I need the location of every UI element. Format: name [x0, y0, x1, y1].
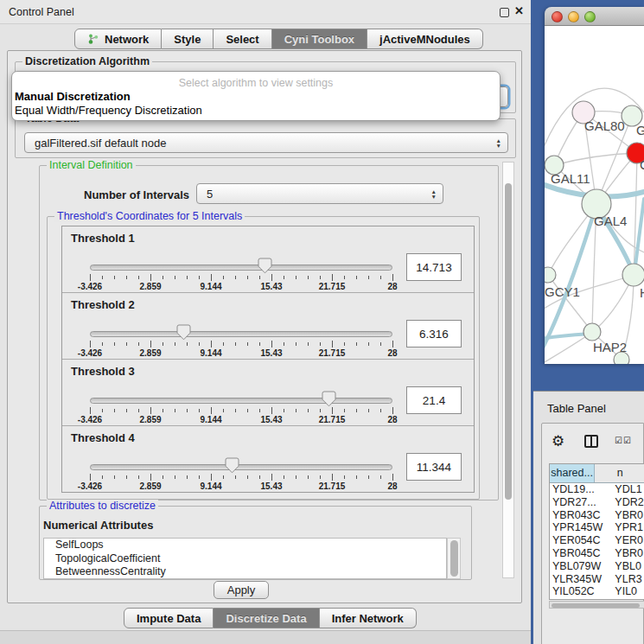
tick-mark: [259, 276, 260, 279]
tick-mark: [199, 475, 200, 479]
tick-mark: [150, 474, 151, 481]
node-table[interactable]: shared... n YDL19...YDL1YDR27...YDR2YBR0…: [549, 463, 644, 600]
tick-mark: [150, 341, 151, 348]
table-row[interactable]: YBR045CYBR0: [550, 547, 644, 560]
tick-mark: [356, 276, 357, 279]
panel-scrollbar-thumb[interactable]: [505, 183, 512, 500]
attribute-list-item[interactable]: TopologicalCoefficient: [44, 552, 446, 566]
table-data-combobox[interactable]: galFiltered.sif default node ▲▼: [24, 132, 508, 153]
tab-cyni-toolbox[interactable]: Cyni Toolbox: [272, 29, 367, 49]
popup-option-equal-width-frequency[interactable]: Equal Width/Frequency Discretization: [15, 104, 202, 117]
tab-infer-network[interactable]: Infer Network: [320, 608, 417, 628]
network-graph[interactable]: GAL80GCGAL11GAL4GCY1HHAP2: [545, 26, 644, 364]
table-hscrollbar-thumb[interactable]: [552, 603, 640, 608]
node-label: G: [636, 123, 644, 137]
tab-jactivemnodules[interactable]: jActiveMNodules: [367, 29, 483, 49]
panel-scrollbar[interactable]: [502, 162, 514, 578]
tab-impute-data[interactable]: Impute Data: [124, 608, 214, 628]
cell-name[interactable]: YBL0: [611, 560, 644, 573]
tab-network[interactable]: Network: [74, 29, 162, 49]
column-header-shared-name[interactable]: shared...: [550, 464, 595, 482]
tab-style[interactable]: Style: [162, 29, 214, 49]
cell-name[interactable]: YDL1: [611, 483, 644, 496]
table-toolbar: ⚙ ☑☑: [542, 424, 643, 462]
tick-mark: [211, 341, 212, 348]
cell-shared-name[interactable]: YER054C: [550, 534, 611, 547]
tick-mark: [211, 407, 212, 414]
apply-button[interactable]: Apply: [214, 581, 269, 599]
tick-mark: [163, 475, 163, 479]
table-rows: YDL19...YDL1YDR27...YDR2YBR043CYBR0YPR14…: [550, 483, 644, 598]
tick-mark: [344, 342, 345, 346]
cell-name[interactable]: YPR1: [611, 521, 644, 534]
tick-mark: [380, 475, 381, 479]
threshold-value-field[interactable]: 21.4: [406, 386, 462, 414]
close-panel-icon[interactable]: ✕: [514, 4, 524, 17]
attributes-scrollbar-thumb[interactable]: [450, 540, 458, 577]
tick-mark: [211, 474, 212, 481]
tick-label: 9.144: [200, 415, 221, 424]
table-row[interactable]: YER054CYER0: [550, 534, 644, 547]
table-header-row: shared... n: [550, 464, 644, 483]
tick-mark: [102, 409, 103, 412]
cell-shared-name[interactable]: YBR043C: [550, 509, 611, 522]
cell-shared-name[interactable]: YLR345W: [550, 573, 611, 586]
table-row[interactable]: YBL079WYBL0: [550, 560, 644, 573]
table-hscrollbar[interactable]: [549, 601, 644, 609]
cell-name[interactable]: YBR0: [611, 509, 644, 522]
zoom-window-icon[interactable]: [584, 11, 596, 22]
tick-mark: [344, 276, 345, 279]
network-canvas[interactable]: GAL80GCGAL11GAL4GCY1HHAP2: [545, 26, 644, 364]
cell-shared-name[interactable]: YDR27...: [550, 496, 611, 509]
network-window-titlebar[interactable]: [545, 7, 644, 26]
close-window-icon[interactable]: [552, 11, 563, 22]
column-header-name[interactable]: n: [595, 464, 644, 482]
slider-ticks: [90, 407, 392, 414]
panel-title: Control Panel: [9, 6, 74, 18]
split-columns-icon[interactable]: [584, 435, 598, 448]
tick-mark: [344, 475, 345, 479]
attribute-list-item[interactable]: SelfLoops: [44, 539, 446, 552]
cell-name[interactable]: YIL0: [611, 585, 644, 598]
cell-shared-name[interactable]: YBR045C: [550, 547, 611, 560]
number-of-intervals-spinner[interactable]: 5 ▲▼: [196, 183, 443, 204]
top-tabbar: Network Style Select Cyni Toolbox jActiv…: [74, 29, 483, 49]
cell-name[interactable]: YDR2: [611, 496, 644, 509]
table-row[interactable]: YDR27...YDR2: [550, 496, 644, 509]
float-panel-icon[interactable]: [500, 8, 509, 17]
table-row[interactable]: YLR345WYLR3: [550, 573, 644, 586]
tick-mark: [247, 475, 248, 479]
cell-name[interactable]: YBR0: [611, 547, 644, 560]
attributes-scrollbar[interactable]: [447, 538, 461, 579]
group-title: Discretization Algorithm: [22, 55, 152, 67]
tick-mark: [199, 342, 200, 346]
minimize-window-icon[interactable]: [568, 11, 579, 22]
thresholds-rows: Threshold 1 -3.4262.8599.14415.4321.7152…: [61, 226, 475, 493]
attribute-list-item[interactable]: BetweennessCentrality: [44, 565, 446, 579]
tab-select[interactable]: Select: [214, 29, 271, 49]
table-row[interactable]: YIL052CYIL0: [550, 585, 644, 598]
threshold-label: Threshold 2: [71, 298, 135, 311]
threshold-value-field[interactable]: 14.713: [406, 253, 462, 281]
table-row[interactable]: YDL19...YDL1: [550, 483, 644, 496]
tab-discretize-data[interactable]: Discretize Data: [214, 608, 319, 628]
threshold-value-field[interactable]: 11.344: [406, 453, 462, 481]
table-row[interactable]: YBR043CYBR0: [550, 509, 644, 522]
thresholds-group: Threshold's Coordinates for 5 Intervals …: [47, 216, 480, 500]
gear-icon[interactable]: ⚙: [552, 432, 564, 450]
node-label: GAL4: [594, 214, 627, 228]
tick-mark: [392, 474, 393, 481]
cell-shared-name[interactable]: YIL052C: [550, 585, 611, 598]
threshold-row: Threshold 2 -3.4262.8599.14415.4321.7152…: [62, 293, 474, 360]
bottom-tabbar: Impute Data Discretize Data Infer Networ…: [124, 608, 417, 628]
cell-shared-name[interactable]: YDL19...: [550, 483, 611, 496]
table-row[interactable]: YPR145WYPR1: [550, 521, 644, 534]
select-columns-icon[interactable]: ☑☑: [615, 436, 632, 445]
threshold-value-field[interactable]: 6.316: [406, 320, 462, 348]
numerical-attributes-list[interactable]: SelfLoopsTopologicalCoefficientBetweenne…: [43, 538, 447, 579]
popup-option-manual-discretization[interactable]: Manual Discretization: [15, 90, 131, 103]
cell-name[interactable]: YER0: [611, 534, 644, 547]
cell-shared-name[interactable]: YBL079W: [550, 560, 611, 573]
cell-name[interactable]: YLR3: [611, 573, 644, 586]
cell-shared-name[interactable]: YPR145W: [550, 521, 611, 534]
